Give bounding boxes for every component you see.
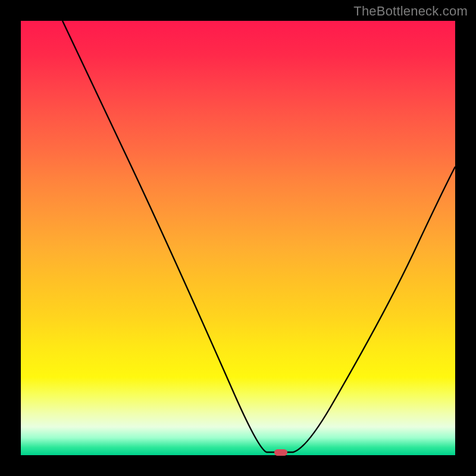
curve-left xyxy=(62,21,293,452)
curve-right xyxy=(293,167,455,452)
chart-container: TheBottleneck.com xyxy=(0,0,476,476)
bottleneck-curve xyxy=(21,21,455,455)
optimal-marker-icon xyxy=(274,449,287,456)
plot-area xyxy=(21,21,455,455)
watermark-text: TheBottleneck.com xyxy=(353,4,468,19)
